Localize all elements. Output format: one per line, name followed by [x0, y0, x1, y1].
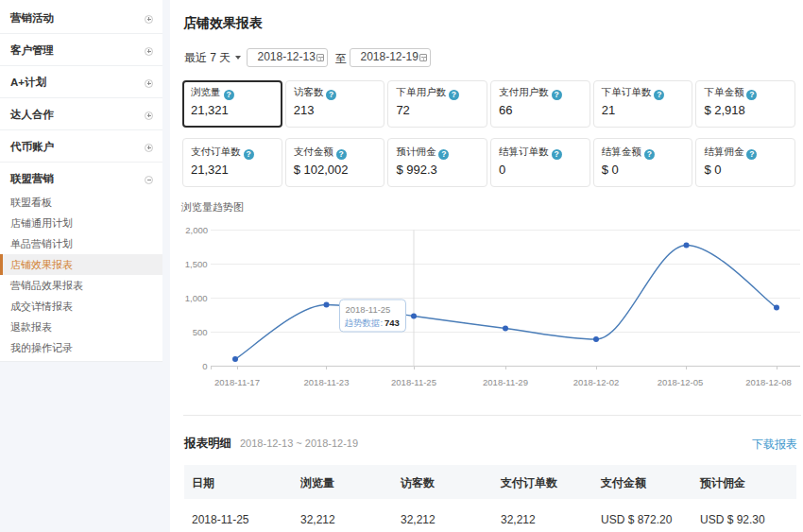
svg-text:2018-12-08: 2018-12-08 [745, 377, 792, 387]
svg-text:2018-12-02: 2018-12-02 [573, 377, 620, 387]
svg-text:500: 500 [193, 327, 208, 337]
svg-text:743: 743 [384, 317, 400, 328]
svg-text:2018-12-05: 2018-12-05 [658, 377, 704, 387]
svg-text:0: 0 [202, 361, 207, 371]
svg-text:趋势数据:: 趋势数据: [345, 317, 384, 328]
svg-text:2018-11-17: 2018-11-17 [214, 377, 260, 387]
svg-text:2,000: 2,000 [185, 225, 208, 235]
svg-text:2018-11-29: 2018-11-29 [483, 377, 528, 387]
svg-text:2018-11-23: 2018-11-23 [304, 377, 350, 387]
svg-text:1,500: 1,500 [185, 259, 208, 269]
svg-text:2018-11-25: 2018-11-25 [391, 377, 436, 387]
svg-text:2018-11-25: 2018-11-25 [346, 304, 391, 315]
svg-text:1,000: 1,000 [185, 293, 208, 303]
